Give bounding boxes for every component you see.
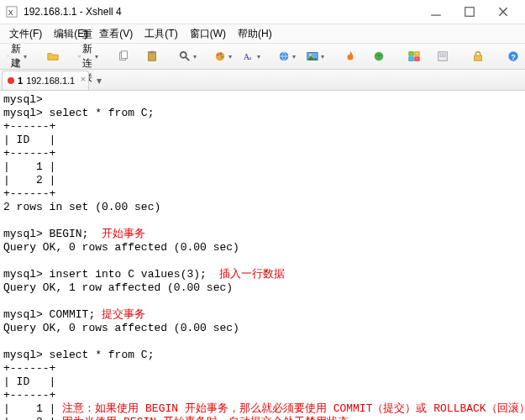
terminal-line: | 2 | xyxy=(3,416,55,420)
terminal-line: mysql> COMMIT; xyxy=(3,308,95,321)
terminal-line: mysql> select * from C; xyxy=(3,107,154,119)
svg-rect-28 xyxy=(440,55,442,57)
panes-button[interactable] xyxy=(401,45,428,67)
svg-rect-30 xyxy=(444,55,446,57)
close-button[interactable] xyxy=(486,1,520,23)
reconnect-button[interactable]: 重新连接 ▾ xyxy=(75,45,102,67)
svg-rect-27 xyxy=(444,54,446,55)
find-button[interactable]: ▾ xyxy=(174,45,201,67)
palette-button[interactable]: ▾ xyxy=(209,45,236,67)
terminal-line: Query OK, 0 rows affected (0.00 sec) xyxy=(3,241,239,254)
window-controls xyxy=(419,1,520,23)
copy-button[interactable] xyxy=(110,45,137,67)
annotation-insert: 插入一行数据 xyxy=(207,268,286,281)
chevron-down-icon: ▾ xyxy=(95,53,98,60)
svg-rect-3 xyxy=(465,8,475,17)
open-button[interactable] xyxy=(39,45,66,67)
chevron-down-icon: ▾ xyxy=(193,53,197,60)
globe-small-button[interactable] xyxy=(365,45,392,67)
menu-view[interactable]: 查看(V) xyxy=(93,25,139,43)
menu-tools[interactable]: 工具(T) xyxy=(139,25,183,43)
fire-button[interactable] xyxy=(337,45,364,67)
maximize-button[interactable] xyxy=(453,1,486,23)
session-tab[interactable]: 1 192.168.1.1 × xyxy=(2,71,89,90)
globe-button[interactable]: ▾ xyxy=(273,45,300,67)
svg-rect-2 xyxy=(431,15,441,16)
tab-index: 1 xyxy=(18,76,23,86)
terminal-line: +------+ xyxy=(3,187,55,200)
svg-point-11 xyxy=(217,54,218,55)
svg-text:?: ? xyxy=(512,53,516,61)
menu-help[interactable]: 帮助(H) xyxy=(232,25,278,43)
terminal-line: mysql> BEGIN; xyxy=(3,228,88,240)
photo-button[interactable]: ▾ xyxy=(302,45,328,67)
annotation-commit: 提交事务 xyxy=(95,308,145,321)
app-icon: X xyxy=(5,5,18,18)
paste-button[interactable] xyxy=(139,45,165,67)
terminal-line: Query OK, 1 row affected (0.00 sec) xyxy=(3,281,233,294)
terminal-line: | ID | xyxy=(3,375,55,388)
terminal-line: | 1 | xyxy=(3,160,55,173)
toolbar: 新建 ▾ 重新连接 ▾ ▾ ▾ Aa ▾ ▾ ▾ xyxy=(0,44,525,70)
menu-window[interactable]: 窗口(W) xyxy=(184,25,232,43)
svg-point-10 xyxy=(215,52,224,61)
window-title: 192.168.1.1 - Xshell 4 xyxy=(24,6,122,18)
status-dot-icon xyxy=(8,77,14,84)
tab-bar: 1 192.168.1.1 × ▾ xyxy=(0,70,525,91)
svg-rect-21 xyxy=(415,52,419,55)
window-titlebar: X 192.168.1.1 - Xshell 4 xyxy=(0,0,525,24)
tab-label: 192.168.1.1 xyxy=(26,76,75,86)
menu-file[interactable]: 文件(F) xyxy=(3,25,48,43)
terminal-line: mysql> select * from C; xyxy=(3,349,154,361)
chevron-down-icon: ▾ xyxy=(292,53,296,60)
new-tab-button[interactable]: ▾ xyxy=(92,75,106,87)
terminal[interactable]: mysql> mysql> select * from C; +------+ … xyxy=(0,92,525,420)
svg-rect-26 xyxy=(442,54,444,55)
terminal-line: 2 rows in set (0.00 sec) xyxy=(3,201,160,213)
svg-point-18 xyxy=(309,54,312,56)
terminal-line: +------+ xyxy=(3,389,55,402)
chevron-down-icon: ▾ xyxy=(321,53,324,60)
menubar: 文件(F) 编辑(E) 查看(V) 工具(T) 窗口(W) 帮助(H) xyxy=(0,24,525,44)
help-button[interactable]: ? xyxy=(500,45,525,67)
terminal-line: | 1 | xyxy=(3,402,55,415)
svg-text:X: X xyxy=(8,8,13,17)
chevron-down-icon: ▾ xyxy=(228,53,232,60)
terminal-line: | ID | xyxy=(3,134,55,146)
lock-button[interactable] xyxy=(465,45,491,67)
svg-rect-20 xyxy=(409,52,413,55)
chevron-down-icon: ▾ xyxy=(24,53,27,60)
tab-close-icon[interactable]: × xyxy=(81,74,86,84)
svg-rect-29 xyxy=(442,55,444,57)
svg-point-12 xyxy=(219,53,221,55)
terminal-line: | 2 | xyxy=(3,174,55,186)
terminal-line: +------+ xyxy=(3,362,55,375)
terminal-line: +------+ xyxy=(3,120,55,133)
svg-text:a: a xyxy=(249,55,252,61)
font-button[interactable]: Aa ▾ xyxy=(238,45,265,67)
terminal-container: mysql> mysql> select * from C; +------+ … xyxy=(0,91,525,420)
new-button[interactable]: 新建 ▾ xyxy=(3,45,31,67)
svg-point-9 xyxy=(180,52,186,58)
terminal-line: mysql> insert into C values(3); xyxy=(3,268,207,281)
keypad-button[interactable] xyxy=(429,45,456,67)
new-label: 新建 xyxy=(11,42,21,71)
annotation-note1: 注意：如果使用 BEGIN 开始事务，那么就必须要使用 COMMIT（提交）或 … xyxy=(55,402,525,415)
terminal-line: +------+ xyxy=(3,147,55,160)
svg-rect-25 xyxy=(440,54,442,55)
svg-point-13 xyxy=(221,56,223,58)
annotation-begin: 开始事务 xyxy=(88,228,145,240)
annotation-note2: 因为当使用 BEGIN 开始事务时，自动提交会处于禁用状态 xyxy=(55,416,348,420)
svg-point-19 xyxy=(375,52,384,61)
svg-rect-6 xyxy=(121,51,127,59)
minimize-button[interactable] xyxy=(419,1,453,23)
chevron-down-icon: ▾ xyxy=(257,53,260,60)
svg-rect-23 xyxy=(415,57,419,60)
terminal-line: Query OK, 0 rows affected (0.00 sec) xyxy=(3,322,239,334)
svg-rect-31 xyxy=(475,55,482,60)
terminal-line: mysql> xyxy=(3,93,43,106)
svg-rect-22 xyxy=(409,57,413,60)
svg-rect-8 xyxy=(150,51,154,54)
